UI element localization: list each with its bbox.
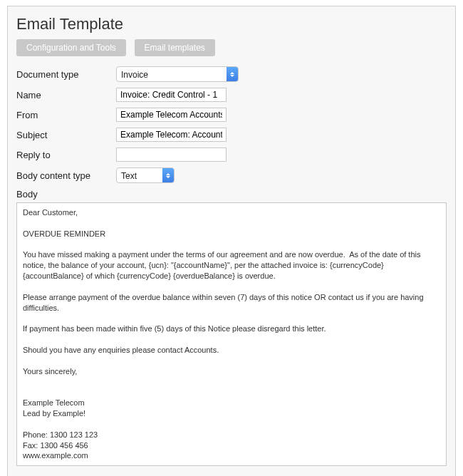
from-input[interactable] <box>116 108 227 122</box>
email-template-panel: Email Template Configuration and Tools E… <box>7 6 456 476</box>
subject-input[interactable] <box>116 128 227 142</box>
chevron-updown-icon <box>227 67 238 81</box>
body-content-type-select[interactable]: Text <box>116 167 175 183</box>
label-document-type: Document type <box>16 69 116 80</box>
label-reply-to: Reply to <box>16 150 116 160</box>
reply-to-input[interactable] <box>116 148 227 162</box>
label-body-content-type: Body content type <box>16 170 116 181</box>
page-title: Email Template <box>16 15 447 33</box>
body-textarea[interactable] <box>16 202 447 466</box>
document-type-select[interactable]: Invoice <box>116 66 239 82</box>
label-subject: Subject <box>16 130 116 140</box>
label-name: Name <box>16 90 116 100</box>
row-name: Name <box>16 88 447 102</box>
tab-email-templates[interactable]: Email templates <box>135 39 215 56</box>
row-subject: Subject <box>16 128 447 142</box>
label-from: From <box>16 110 116 120</box>
breadcrumb: Configuration and Tools Email templates <box>16 39 447 56</box>
row-from: From <box>16 108 447 122</box>
body-content-type-value: Text <box>117 168 142 182</box>
tab-configuration[interactable]: Configuration and Tools <box>16 39 126 56</box>
label-body: Body <box>16 189 447 200</box>
row-reply-to: Reply to <box>16 148 447 162</box>
chevron-updown-icon <box>162 168 174 182</box>
document-type-value: Invoice <box>117 67 154 81</box>
row-document-type: Document type Invoice <box>16 66 447 82</box>
row-body-content-type: Body content type Text <box>16 167 447 183</box>
name-input[interactable] <box>116 88 227 102</box>
